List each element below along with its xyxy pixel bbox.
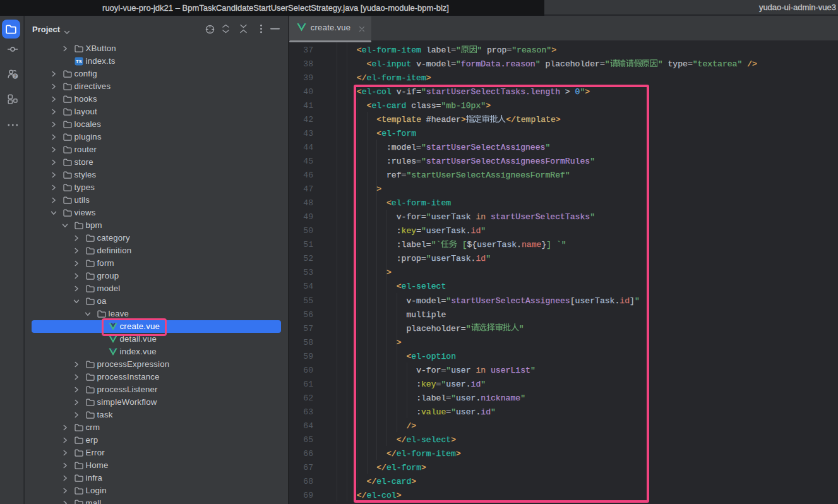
svg-text:TS: TS <box>76 59 82 64</box>
